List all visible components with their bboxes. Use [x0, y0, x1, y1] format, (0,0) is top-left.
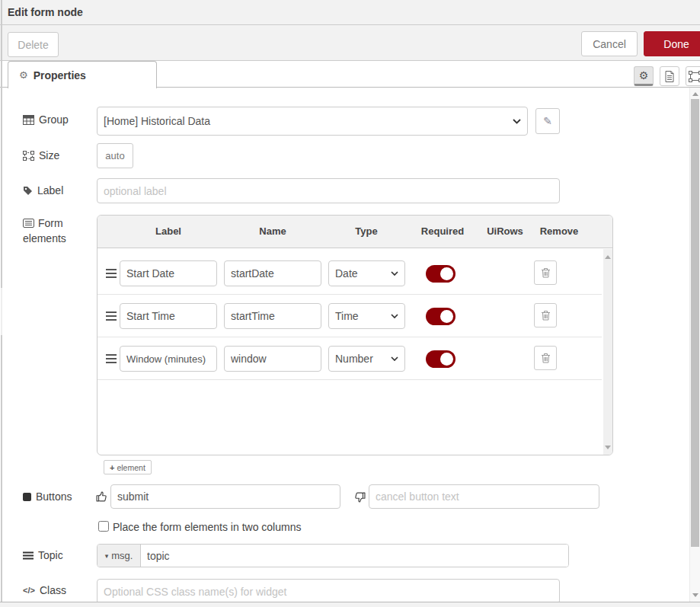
- column-header-name: Name: [259, 225, 286, 237]
- class-input[interactable]: [97, 579, 560, 604]
- remove-element-button[interactable]: [534, 303, 557, 327]
- done-button[interactable]: Done: [644, 31, 700, 56]
- properties-view-button[interactable]: ⚙: [634, 66, 654, 86]
- add-element-button[interactable]: + element: [104, 460, 152, 474]
- tag-icon: [23, 186, 33, 196]
- document-icon: [665, 71, 674, 82]
- label-input[interactable]: [97, 178, 560, 203]
- form-elements-label-line2: elements: [23, 231, 66, 246]
- buttons-label-text: Buttons: [36, 490, 72, 503]
- label-field-label: Label: [23, 184, 63, 196]
- trash-icon: [541, 310, 551, 321]
- drag-handle-icon[interactable]: [106, 311, 117, 321]
- appearance-view-button[interactable]: [686, 66, 700, 86]
- two-columns-checkbox[interactable]: [98, 521, 109, 532]
- form-element-row: Time: [97, 295, 602, 337]
- table-scrollbar[interactable]: [603, 249, 613, 455]
- size-auto-button[interactable]: auto: [97, 143, 133, 168]
- table-scroll-down-icon[interactable]: [605, 446, 611, 449]
- table-scroll-up-icon[interactable]: [605, 255, 611, 259]
- scroll-up-icon[interactable]: [692, 92, 698, 96]
- drag-handle-icon[interactable]: [106, 354, 117, 363]
- remove-element-button[interactable]: [534, 260, 557, 285]
- toggle-knob: [440, 353, 453, 366]
- element-type-value: Number: [335, 353, 373, 365]
- list-alt-icon: [23, 219, 34, 228]
- square-icon: [23, 493, 31, 501]
- code-icon: </>: [23, 586, 35, 595]
- dialog-header: Edit form node: [0, 0, 700, 25]
- form-element-row: Date: [97, 252, 602, 295]
- chevron-down-icon: [391, 314, 398, 318]
- form-elements-table-header: Label Name Type Required UiRows Remove: [97, 216, 612, 248]
- element-name-input[interactable]: [224, 346, 321, 372]
- topic-label-text: Topic: [38, 549, 63, 561]
- form-elements-label-line1: Form: [38, 216, 63, 231]
- size-icon: [23, 151, 34, 161]
- toggle-knob: [440, 310, 453, 323]
- form-elements-field-label: Form elements: [23, 216, 66, 246]
- required-toggle[interactable]: [426, 308, 455, 325]
- required-toggle[interactable]: [426, 350, 455, 368]
- thumbs-up-icon: [96, 490, 107, 502]
- topic-field-label: Topic: [23, 549, 63, 561]
- column-header-required: Required: [421, 225, 464, 237]
- tray-resize-grip[interactable]: [1, 288, 2, 335]
- cancel-button-text-input[interactable]: [369, 484, 599, 509]
- element-label-input[interactable]: [120, 260, 217, 286]
- topic-prefix-text: msg.: [111, 550, 133, 561]
- element-type-value: Date: [335, 267, 358, 280]
- dialog-title: Edit form node: [8, 0, 83, 25]
- drag-handle-icon[interactable]: [106, 269, 117, 278]
- delete-button[interactable]: Delete: [8, 32, 59, 57]
- toggle-knob: [440, 267, 453, 280]
- remove-element-button[interactable]: [534, 346, 557, 370]
- bars-icon: [23, 551, 34, 560]
- column-header-label: Label: [155, 225, 181, 237]
- cancel-button[interactable]: Cancel: [581, 31, 638, 56]
- trash-icon: [541, 353, 551, 363]
- element-label-input[interactable]: [120, 346, 217, 372]
- form-elements-table: Label Name Type Required UiRows Remove D…: [97, 215, 613, 455]
- element-type-select[interactable]: Time: [328, 303, 405, 329]
- buttons-field-label: Buttons: [23, 490, 72, 503]
- chevron-down-icon: [391, 356, 398, 361]
- gear-icon: ⚙: [639, 69, 649, 81]
- trash-icon: [541, 267, 551, 278]
- thumbs-down-icon: [354, 492, 366, 503]
- edit-group-button[interactable]: ✎: [535, 108, 560, 134]
- add-element-label: element: [117, 463, 145, 472]
- column-header-uirows: UiRows: [487, 225, 523, 237]
- class-field-label: </> Class: [23, 584, 66, 596]
- form-element-row: Number: [97, 337, 602, 380]
- dialog-footer-edge: [0, 602, 700, 607]
- main-scrollbar-thumb[interactable]: [691, 99, 699, 547]
- element-type-select[interactable]: Date: [328, 260, 405, 286]
- tab-properties[interactable]: ⚙ Properties: [8, 61, 157, 88]
- group-select[interactable]: [Home] Historical Data: [97, 107, 528, 136]
- chevron-down-icon: [391, 271, 398, 276]
- description-view-button[interactable]: [660, 66, 679, 86]
- column-header-remove: Remove: [540, 225, 579, 237]
- element-name-input[interactable]: [224, 260, 321, 286]
- element-label-input[interactable]: [120, 303, 217, 329]
- topic-input[interactable]: [141, 545, 568, 567]
- group-select-value: [Home] Historical Data: [104, 115, 210, 127]
- two-columns-label: Place the form elements in two columns: [113, 521, 301, 533]
- submit-button-text-input[interactable]: [110, 484, 340, 509]
- element-type-value: Time: [335, 310, 359, 322]
- caret-down-icon: ▾: [105, 552, 109, 560]
- group-label-text: Group: [39, 113, 69, 126]
- scroll-down-icon[interactable]: [692, 593, 698, 597]
- element-type-select[interactable]: Number: [328, 346, 405, 372]
- edit-form-node-dialog: Edit form node Delete Cancel Done ⚙ Prop…: [0, 0, 700, 607]
- group-field-label: Group: [23, 113, 69, 126]
- label-label-text: Label: [37, 184, 63, 196]
- topic-typed-input: ▾ msg.: [97, 544, 569, 567]
- required-toggle[interactable]: [426, 265, 455, 283]
- element-name-input[interactable]: [224, 303, 321, 329]
- table-icon: [23, 115, 34, 125]
- pencil-icon: ✎: [543, 115, 552, 127]
- topic-type-button[interactable]: ▾ msg.: [97, 545, 141, 567]
- class-label-text: Class: [40, 584, 66, 596]
